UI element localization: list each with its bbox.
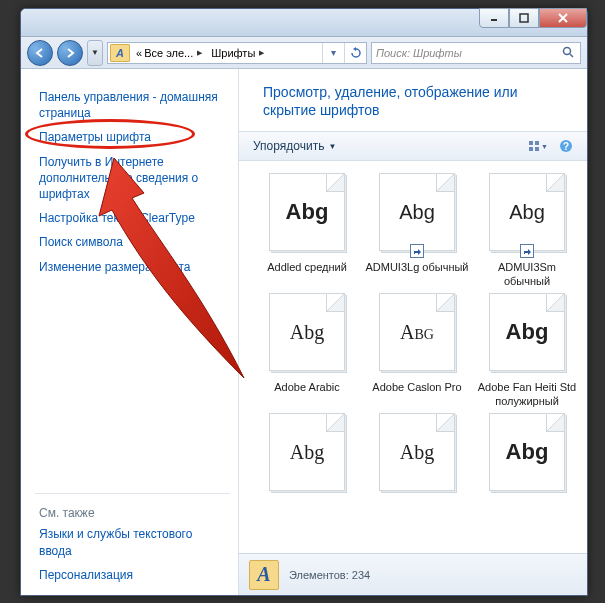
font-preview-icon: Abg — [379, 173, 455, 251]
sidebar-link-label: Параметры шрифта — [39, 130, 151, 144]
refresh-icon — [350, 47, 362, 59]
fonts-folder-icon — [110, 44, 130, 62]
font-item[interactable]: AbgAdobe Arabic — [255, 293, 359, 409]
minimize-icon — [489, 13, 499, 23]
svg-rect-6 — [529, 141, 533, 145]
titlebar — [21, 9, 587, 37]
font-preview-icon: Abg — [489, 173, 565, 251]
font-sample: Abg — [509, 201, 545, 224]
search-box[interactable]: Поиск: Шрифты — [371, 42, 581, 64]
font-item[interactable]: Abg — [475, 413, 579, 529]
sidebar-link-personalization[interactable]: Персонализация — [39, 563, 226, 587]
view-options-button[interactable]: ▼ — [527, 136, 549, 156]
main-panel: Просмотр, удаление, отображение или скры… — [239, 69, 587, 595]
forward-button[interactable] — [57, 40, 83, 66]
status-text: Элементов: 234 — [289, 569, 370, 581]
font-preview-icon: Abg — [269, 413, 345, 491]
page-title: Просмотр, удаление, отображение или скры… — [239, 69, 587, 131]
sidebar-link-cleartype[interactable]: Настройка текста ClearType — [39, 206, 226, 230]
svg-rect-9 — [535, 147, 539, 151]
font-item[interactable]: AbgAddled средний — [255, 173, 359, 289]
breadcrumb-current-label: Шрифты — [211, 47, 255, 59]
shortcut-overlay-icon — [410, 244, 424, 258]
font-preview-icon: Abg — [489, 413, 565, 491]
search-placeholder: Поиск: Шрифты — [376, 47, 462, 59]
window-body: Панель управления - домашняя страница Па… — [21, 69, 587, 595]
sidebar-link-control-panel-home[interactable]: Панель управления - домашняя страница — [39, 85, 226, 125]
font-sample: Abg — [286, 199, 329, 225]
font-label: Adobe Caslon Pro — [372, 381, 461, 409]
font-item[interactable]: Abg — [365, 413, 469, 529]
svg-line-5 — [570, 54, 573, 57]
navbar: ▼ « Все эле... ▶ Шрифты ▶ ▾ Поиск: Шрифт… — [21, 37, 587, 69]
chevron-down-icon: ▼ — [328, 142, 336, 151]
font-sample: Abg — [399, 201, 435, 224]
breadcrumb-root-label: Все эле... — [144, 47, 193, 59]
sidebar-link-find-character[interactable]: Поиск символа — [39, 230, 226, 254]
help-button[interactable]: ? — [555, 136, 577, 156]
chevron-down-icon: ▼ — [541, 143, 548, 150]
sidebar-link-get-fonts-online[interactable]: Получить в Интернете дополнительные свед… — [39, 150, 226, 207]
sidebar-link-font-settings[interactable]: Параметры шрифта — [39, 125, 226, 149]
font-preview-icon: Abg — [269, 173, 345, 251]
breadcrumb-prefix: « — [136, 47, 142, 59]
font-sample: Abg — [290, 321, 324, 344]
font-sample: Abg — [506, 439, 549, 465]
arrow-left-icon — [34, 47, 46, 59]
address-dropdown[interactable]: ▾ — [322, 43, 344, 63]
toolbar: Упорядочить ▼ ▼ ? — [239, 131, 587, 161]
font-sample: Abg — [400, 441, 434, 464]
breadcrumb-root[interactable]: « Все эле... ▶ — [132, 47, 207, 59]
arrow-right-icon — [64, 47, 76, 59]
svg-text:?: ? — [563, 141, 569, 152]
minimize-button[interactable] — [479, 8, 509, 28]
font-preview-icon: Abg — [269, 293, 345, 371]
font-preview-icon: Abg — [379, 413, 455, 491]
chevron-right-icon: ▶ — [197, 49, 202, 57]
font-label: Adobe Fan Heiti Std полужирный — [475, 381, 579, 409]
font-sample: Abg — [400, 321, 434, 344]
close-icon — [557, 12, 569, 24]
search-icon — [562, 46, 576, 60]
font-label: Adobe Arabic — [274, 381, 339, 409]
svg-rect-1 — [520, 14, 528, 22]
shortcut-overlay-icon — [520, 244, 534, 258]
chevron-right-icon: ▶ — [259, 49, 264, 57]
view-icon — [528, 140, 540, 152]
refresh-button[interactable] — [344, 43, 366, 63]
statusbar: Элементов: 234 — [239, 553, 587, 595]
svg-rect-8 — [529, 147, 533, 151]
status-count: 234 — [352, 569, 370, 581]
font-label: ADMUI3Sm обычный — [475, 261, 579, 289]
font-item[interactable]: AbgADMUI3Sm обычный — [475, 173, 579, 289]
see-also-heading: См. также — [39, 502, 226, 522]
address-bar[interactable]: « Все эле... ▶ Шрифты ▶ ▾ — [107, 42, 367, 64]
font-list: AbgAddled среднийAbgADMUI3Lg обычныйAbgA… — [239, 161, 587, 553]
explorer-window: ▼ « Все эле... ▶ Шрифты ▶ ▾ Поиск: Шрифт… — [20, 8, 588, 596]
organize-label: Упорядочить — [253, 139, 324, 153]
sidebar: Панель управления - домашняя страница Па… — [21, 69, 239, 595]
font-preview-icon: Abg — [489, 293, 565, 371]
font-item[interactable]: AbgADMUI3Lg обычный — [365, 173, 469, 289]
sidebar-link-text-services[interactable]: Языки и службы текстового ввода — [39, 522, 226, 562]
history-dropdown[interactable]: ▼ — [87, 40, 103, 66]
status-label: Элементов: — [289, 569, 349, 581]
breadcrumb-current[interactable]: Шрифты ▶ — [207, 47, 269, 59]
font-label: ADMUI3Lg обычный — [365, 261, 468, 289]
font-sample: Abg — [506, 319, 549, 345]
sidebar-link-text-size[interactable]: Изменение размера текста — [39, 255, 226, 279]
svg-rect-7 — [535, 141, 539, 145]
font-sample: Abg — [290, 441, 324, 464]
help-icon: ? — [559, 139, 573, 153]
back-button[interactable] — [27, 40, 53, 66]
organize-button[interactable]: Упорядочить ▼ — [249, 137, 340, 155]
font-item[interactable]: AbgAdobe Caslon Pro — [365, 293, 469, 409]
maximize-button[interactable] — [509, 8, 539, 28]
font-item[interactable]: AbgAdobe Fan Heiti Std полужирный — [475, 293, 579, 409]
close-button[interactable] — [539, 8, 587, 28]
font-label: Addled средний — [267, 261, 347, 289]
maximize-icon — [519, 13, 529, 23]
font-preview-icon: Abg — [379, 293, 455, 371]
font-item[interactable]: Abg — [255, 413, 359, 529]
fonts-folder-icon — [249, 560, 279, 590]
